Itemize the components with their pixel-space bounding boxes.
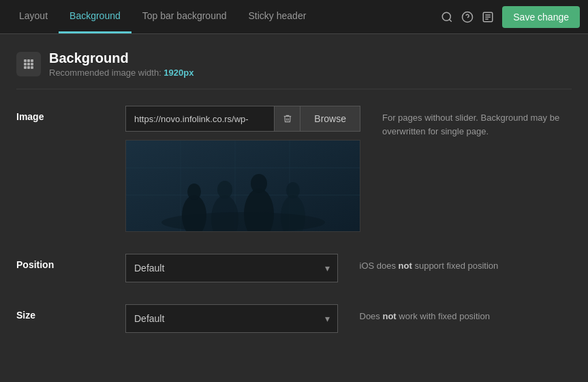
size-hint-pre: Does <box>360 311 383 321</box>
position-hint-post: support fixed position <box>412 261 498 271</box>
svg-point-32 <box>161 212 325 232</box>
svg-line-1 <box>450 19 452 21</box>
svg-point-27 <box>217 181 232 199</box>
subtitle-value: 1920px <box>164 68 194 78</box>
image-control: Browse <box>125 106 360 232</box>
nav-icons <box>441 11 494 23</box>
image-hint: For pages without slider. Background may… <box>382 106 572 138</box>
position-hint-bold: not <box>399 261 412 271</box>
svg-rect-14 <box>24 66 27 69</box>
position-field-row: Position Default Center Top Bottom Left … <box>16 254 572 282</box>
image-input-row: Browse <box>125 106 360 132</box>
svg-point-31 <box>286 182 300 199</box>
delete-image-button[interactable] <box>274 106 300 132</box>
svg-point-25 <box>187 183 201 200</box>
main-content: Background Recommended image width: 1920… <box>0 34 588 371</box>
svg-point-29 <box>251 174 267 193</box>
image-url-input[interactable] <box>125 106 274 132</box>
size-hint: Does not work with fixed position <box>360 304 572 323</box>
size-hint-post: work with fixed position <box>397 311 490 321</box>
svg-rect-12 <box>27 63 30 65</box>
section-header: Background Recommended image width: 1920… <box>16 50 572 89</box>
search-icon[interactable] <box>441 11 453 23</box>
position-hint: iOS does not support fixed position <box>360 254 572 273</box>
help-icon[interactable] <box>461 11 474 23</box>
section-subtitle: Recommended image width: 1920px <box>49 68 194 78</box>
tab-sticky-label: Sticky header <box>249 10 307 21</box>
nav-tabs: Layout Background Top bar background Sti… <box>8 0 441 33</box>
tab-layout[interactable]: Layout <box>8 0 59 33</box>
tab-background[interactable]: Background <box>59 0 131 33</box>
svg-rect-9 <box>27 59 30 62</box>
size-field-row: Size Default Auto Cover Contain Does not… <box>16 304 572 333</box>
tab-topbar-label: Top bar background <box>142 10 227 21</box>
section-info: Background Recommended image width: 1920… <box>49 50 194 78</box>
svg-rect-11 <box>24 63 27 65</box>
size-label: Size <box>16 304 125 321</box>
tab-sticky[interactable]: Sticky header <box>238 0 318 33</box>
svg-rect-8 <box>24 59 27 62</box>
image-preview <box>125 140 360 232</box>
svg-point-0 <box>443 12 451 20</box>
size-select-wrapper: Default Auto Cover Contain <box>125 304 338 333</box>
section-title: Background <box>49 50 194 66</box>
svg-rect-16 <box>31 66 33 69</box>
position-hint-pre: iOS does <box>360 261 399 271</box>
size-control: Default Auto Cover Contain <box>125 304 338 333</box>
svg-rect-13 <box>31 63 33 65</box>
notes-icon[interactable] <box>482 11 494 23</box>
position-label: Position <box>16 254 125 270</box>
svg-rect-10 <box>31 59 33 62</box>
top-nav: Layout Background Top bar background Sti… <box>0 0 588 34</box>
grid-icon <box>16 52 41 76</box>
save-button[interactable]: Save change <box>502 6 580 28</box>
position-select-wrapper: Default Center Top Bottom Left Right <box>125 254 338 282</box>
subtitle-prefix: Recommended image width: <box>49 68 164 78</box>
svg-rect-15 <box>27 66 30 69</box>
browse-button[interactable]: Browse <box>300 106 360 132</box>
position-control: Default Center Top Bottom Left Right <box>125 254 338 282</box>
image-field-row: Image Browse <box>16 106 572 232</box>
tab-layout-label: Layout <box>19 10 48 21</box>
image-label: Image <box>16 106 125 122</box>
preview-overlay <box>126 141 360 231</box>
tab-topbar[interactable]: Top bar background <box>131 0 238 33</box>
size-hint-bold: not <box>382 311 396 321</box>
size-select[interactable]: Default Auto Cover Contain <box>125 304 338 333</box>
position-select[interactable]: Default Center Top Bottom Left Right <box>125 254 338 282</box>
tab-background-label: Background <box>69 10 121 21</box>
